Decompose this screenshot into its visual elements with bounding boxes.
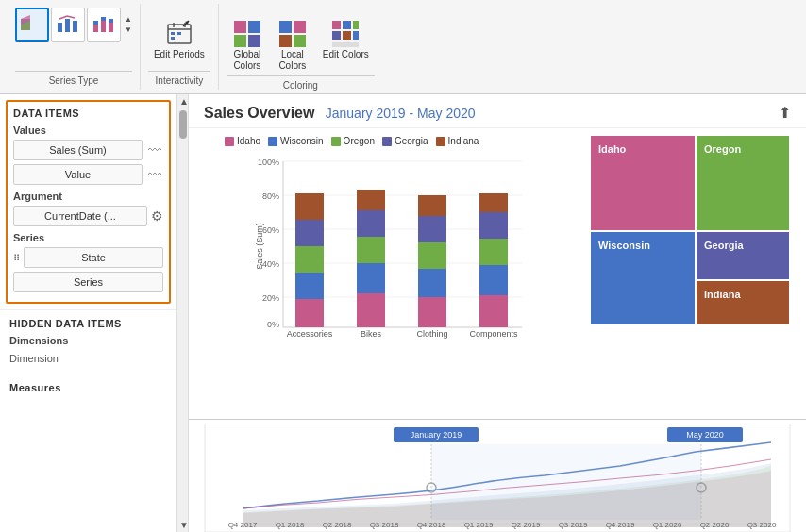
value-field[interactable]: Value [13,164,143,185]
svg-rect-5 [73,21,77,32]
svg-text:Components: Components [469,329,518,339]
treemap-indiana[interactable] [697,281,789,324]
svg-rect-52 [295,246,324,273]
svg-text:Georgia: Georgia [704,240,744,251]
app-container: ▲ ▼ Series Type [0,0,806,532]
hidden-title: HIDDEN DATA ITEMS [9,318,167,329]
series-title: Series [13,232,163,243]
local-colors-icon [277,19,308,49]
svg-text:Q3 2020: Q3 2020 [747,521,777,529]
svg-rect-9 [101,17,106,21]
state-row: ⠿ State [13,247,163,268]
hidden-data-items-section: HIDDEN DATA ITEMS Dimensions Dimension [0,309,176,374]
edit-colors-button[interactable]: Edit Colors [317,15,375,64]
svg-text:80%: 80% [262,191,279,201]
local-colors-button[interactable]: LocalColors [272,15,313,75]
svg-rect-24 [248,35,260,47]
interactivity-group: Edit Periods Interactivity [141,4,219,90]
svg-rect-59 [357,210,385,237]
svg-text:Q2 2019: Q2 2019 [512,521,541,529]
legend-indiana: Indiana [436,136,479,146]
sales-sum-field[interactable]: Sales (Sum) [13,140,143,160]
edit-periods-button[interactable]: Edit Periods [148,15,210,64]
svg-rect-62 [418,297,446,327]
legend-color-idaho [225,137,234,146]
svg-rect-11 [109,19,113,23]
argument-title: Argument [13,191,163,202]
svg-rect-18 [171,37,175,40]
treemap-svg: Idaho Oregon Wisconsin Georgia Indiana [591,136,789,324]
left-panel: DATA ITEMS Values Sales (Sum) 〰 Value 〰 … [0,94,189,532]
edit-periods-icon [164,19,194,49]
state-dots-icon[interactable]: ⠿ [13,253,20,263]
edit-colors-label: Edit Colors [323,49,369,60]
global-colors-button[interactable]: GlobalColors [227,15,268,75]
svg-text:Indiana: Indiana [704,289,741,300]
bar-chart-svg: 100% 80% 60% 40% 20% 0% [196,152,583,341]
svg-rect-68 [479,295,508,327]
toolbar: ▲ ▼ Series Type [0,0,806,94]
scrollbar-up[interactable]: ▲ [177,94,188,108]
timeline-area: January 2019 May 2020 Q4 2017 Q1 2018 [189,419,806,532]
series-scroll-up[interactable]: ▲ [125,14,132,25]
legend-label-wisconsin: Wisconsin [280,136,324,146]
sales-trend-icon[interactable]: 〰 [146,141,163,158]
svg-rect-56 [357,293,385,327]
global-colors-icon [232,19,262,49]
svg-rect-4 [65,19,70,32]
chart-type-bar[interactable] [87,8,121,42]
value-trend-icon[interactable]: 〰 [146,166,163,183]
export-button[interactable]: ⬆ [779,104,791,122]
svg-text:January 2019: January 2019 [411,430,462,440]
legend-oregon: Oregon [331,136,375,146]
svg-text:Q4 2018: Q4 2018 [417,521,446,529]
chart-type-bar-line[interactable] [51,8,85,42]
svg-text:0%: 0% [267,320,279,329]
chart-legend: Idaho Wisconsin Oregon Georgia [196,136,583,146]
svg-rect-28 [294,35,306,47]
argument-field[interactable]: CurrentDate (... [13,206,147,226]
chart-title-area: Sales Overview January 2019 - May 2020 [204,105,476,122]
svg-text:Q2 2020: Q2 2020 [700,521,730,529]
svg-rect-60 [357,190,385,210]
svg-rect-21 [234,21,246,33]
state-field[interactable]: State [24,247,163,268]
svg-rect-30 [343,21,351,29]
chart-type-area[interactable] [15,8,49,42]
svg-rect-69 [479,265,508,295]
svg-rect-31 [353,21,359,29]
legend-color-oregon [331,137,341,146]
svg-text:May 2020: May 2020 [686,430,724,440]
svg-rect-63 [418,269,446,297]
svg-rect-50 [295,299,324,327]
left-panel-scroll[interactable]: DATA ITEMS Values Sales (Sum) 〰 Value 〰 … [0,94,176,532]
legend-label-georgia: Georgia [395,136,428,146]
chart-area: Sales Overview January 2019 - May 2020 ⬆… [189,94,806,532]
svg-rect-7 [93,21,98,25]
svg-text:Wisconsin: Wisconsin [598,240,650,251]
legend-georgia: Georgia [382,136,428,146]
value-row: Value 〰 [13,164,163,185]
series-type-label: Series Type [15,71,132,86]
series-scroll-down[interactable]: ▼ [125,25,132,35]
legend-label-oregon: Oregon [344,136,375,146]
legend-label-idaho: Idaho [237,136,260,146]
treemap-container: Idaho Oregon Wisconsin Georgia Indiana [591,136,798,411]
coloring-group: GlobalColors LocalColors [219,4,382,90]
series-field[interactable]: Series [13,272,163,292]
interactivity-label: Interactivity [148,71,210,86]
svg-rect-16 [171,32,175,35]
dimensions-title: Dimensions [9,335,167,346]
svg-rect-54 [295,193,324,220]
scrollbar-down[interactable]: ▼ [177,518,188,532]
argument-gear-icon[interactable]: ⚙ [151,208,163,224]
bar-chart-svg-wrapper: 100% 80% 60% 40% 20% 0% [196,152,583,411]
svg-rect-51 [295,273,324,299]
svg-rect-23 [234,35,246,47]
svg-rect-70 [479,239,508,265]
svg-rect-10 [109,23,113,32]
svg-rect-35 [332,42,359,47]
scrollbar-thumb[interactable] [179,110,187,139]
svg-rect-53 [295,220,324,246]
svg-rect-57 [357,263,385,293]
